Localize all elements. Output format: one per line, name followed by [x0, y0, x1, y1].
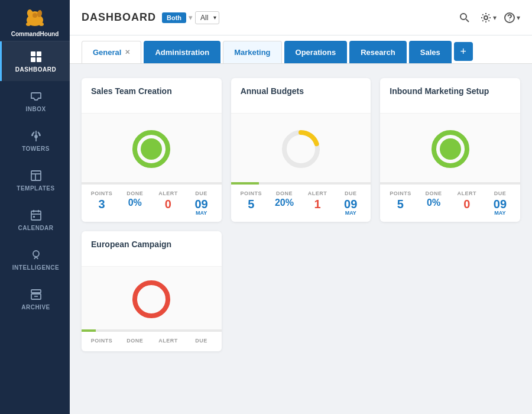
alert-label-4: ALERT: [158, 338, 178, 344]
card-european-campaign-visual: [82, 267, 222, 332]
settings-button[interactable]: ▾: [480, 12, 497, 24]
sidebar-item-intelligence[interactable]: INTELLIGENCE: [0, 240, 70, 279]
sidebar-item-inbox[interactable]: INBOX: [0, 81, 70, 121]
archive-icon: [29, 287, 43, 302]
tab-add-button[interactable]: +: [454, 42, 473, 61]
due-month-2: MAY: [345, 210, 356, 216]
card-sales-team-stats: POINTS 3 DONE 0% ALERT 0 DUE 09 MAY: [82, 185, 222, 222]
tab-marketing[interactable]: Marketing: [223, 41, 281, 63]
due-month-1: MAY: [196, 210, 207, 216]
card-inbound-marketing-stats: POINTS 5 DONE 0% ALERT 0 DUE 09 MAY: [380, 185, 520, 222]
tab-sales-label: Sales: [420, 48, 440, 57]
svg-point-6: [39, 22, 44, 26]
done-val-1: 0%: [128, 198, 142, 208]
stat-points-2: POINTS 5: [236, 190, 267, 216]
donut-yellow-ring: [280, 128, 322, 170]
card-annual-budgets-title: Annual Budgets: [241, 86, 304, 96]
help-button[interactable]: ▾: [504, 12, 520, 24]
dashboard-icon: [29, 50, 43, 64]
donut-green-solid-2: [430, 128, 471, 170]
done-label-2: DONE: [276, 190, 293, 196]
search-button[interactable]: [454, 7, 475, 28]
card-sales-team-header: Sales Team Creation: [82, 78, 222, 114]
card-annual-budgets-visual: [231, 114, 371, 185]
due-label-2: DUE: [345, 190, 357, 196]
card-european-campaign-header: European Campaign: [82, 231, 222, 267]
points-val-2: 5: [248, 198, 254, 210]
stat-due-4: DUE: [186, 338, 216, 345]
svg-rect-19: [33, 216, 35, 218]
svg-point-37: [440, 138, 461, 160]
card-sales-team-visual: [82, 114, 222, 185]
svg-point-32: [141, 138, 162, 160]
stat-due-1: DUE 09 MAY: [186, 190, 216, 216]
main-area: DASHBOARD Both ▾ All ▾ ▾: [70, 0, 532, 414]
tab-research[interactable]: Research: [349, 41, 407, 63]
due-label-4: DUE: [195, 338, 207, 344]
tab-sales[interactable]: Sales: [409, 41, 452, 63]
done-val-2: 20%: [275, 198, 294, 208]
svg-point-27: [484, 16, 488, 20]
svg-point-29: [509, 20, 510, 21]
card-inbound-marketing-visual: [380, 114, 520, 185]
alert-val-2: 1: [314, 198, 321, 210]
logo-text: CommandHound: [11, 31, 59, 38]
donut-green-solid: [131, 128, 172, 170]
tab-administration-label: Administration: [155, 48, 209, 57]
stat-alert-1: ALERT 0: [153, 190, 183, 216]
sidebar-item-towers[interactable]: TOWERS: [0, 121, 70, 160]
sidebar-item-archive[interactable]: ARCHIVE: [0, 279, 70, 319]
tab-general-label: General: [93, 48, 121, 57]
stat-alert-2: ALERT 1: [302, 190, 333, 216]
stat-done-2: DONE 20%: [269, 190, 300, 216]
all-dropdown[interactable]: All: [195, 11, 219, 24]
card-annual-budgets-header: Annual Budgets: [231, 78, 371, 114]
donut-red-ring: [131, 279, 172, 320]
sidebar-label-archive: ARCHIVE: [21, 304, 50, 310]
stat-done-4: DONE: [119, 338, 150, 345]
done-label-4: DONE: [126, 338, 143, 344]
done-label-3: DONE: [426, 190, 442, 196]
svg-rect-15: [31, 211, 41, 220]
sidebar-label-inbox: INBOX: [25, 106, 46, 112]
svg-point-25: [460, 14, 466, 20]
svg-point-4: [33, 13, 37, 18]
tab-general-close[interactable]: ✕: [125, 48, 130, 56]
due-label-1: DUE: [195, 190, 207, 196]
svg-point-38: [135, 283, 168, 316]
svg-rect-10: [37, 57, 41, 62]
cards-row-2: European Campaign POINTS DONE: [82, 231, 520, 351]
cards-row-1: Sales Team Creation POINTS 3: [82, 78, 520, 222]
svg-rect-8: [37, 51, 41, 56]
sidebar-label-towers: TOWERS: [22, 145, 50, 152]
tab-operations[interactable]: Operations: [284, 41, 348, 63]
tab-marketing-label: Marketing: [234, 48, 270, 57]
tab-administration[interactable]: Administration: [144, 41, 220, 63]
due-day-1: 09: [194, 198, 207, 210]
search-icon: [459, 12, 471, 24]
svg-point-11: [35, 135, 37, 138]
svg-rect-9: [31, 57, 35, 62]
content-area: Sales Team Creation POINTS 3: [70, 64, 532, 414]
card-inbound-marketing-title: Inbound Marketing Setup: [390, 86, 489, 96]
sidebar-item-calendar[interactable]: CALENDAR: [0, 200, 70, 240]
sidebar-item-dashboard[interactable]: DASHBOARD: [0, 41, 70, 81]
both-badge[interactable]: Both: [162, 12, 186, 23]
due-day-2: 09: [344, 198, 357, 210]
points-label-3: POINTS: [390, 190, 411, 196]
due-label-3: DUE: [494, 190, 507, 196]
intelligence-icon: [29, 248, 43, 262]
card-annual-budgets-stats: POINTS 5 DONE 20% ALERT 1 DUE 09 MAY: [231, 185, 371, 222]
stat-alert-4: ALERT: [153, 338, 183, 345]
stat-due-2: DUE 09 MAY: [335, 190, 366, 216]
tab-general[interactable]: General ✕: [82, 41, 141, 63]
logo-icon: [22, 4, 48, 30]
stat-points-1: POINTS 3: [86, 190, 117, 216]
sidebar-label-templates: TEMPLATES: [17, 185, 54, 192]
sidebar: CommandHound DASHBOARD INBOX: [0, 0, 70, 414]
stat-done-1: DONE 0%: [119, 190, 150, 216]
sidebar-item-templates[interactable]: TEMPLATES: [0, 160, 70, 200]
card-sales-team-title: Sales Team Creation: [91, 86, 172, 96]
points-val-3: 5: [397, 198, 404, 210]
card-inbound-marketing-header: Inbound Marketing Setup: [380, 78, 520, 114]
